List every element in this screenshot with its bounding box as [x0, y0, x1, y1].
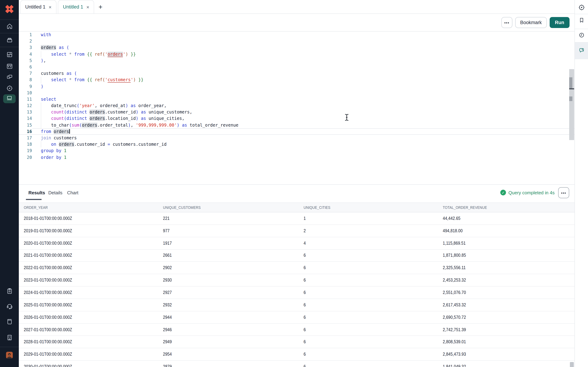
sidebar-divider: [575, 29, 588, 29]
table-cell: 2028-01-01T00:00:00.000Z: [19, 340, 158, 344]
sidebar-item-windows[interactable]: [0, 74, 19, 82]
close-icon[interactable]: ×: [49, 4, 52, 9]
sidebar-item-code-window[interactable]: [0, 63, 19, 71]
code-line-2[interactable]: 2: [19, 38, 574, 44]
code-line-19[interactable]: 19group by 1: [19, 148, 574, 154]
code-line-8[interactable]: 8 select * from {{ ref('customers') }}: [19, 77, 574, 83]
close-icon[interactable]: ×: [86, 4, 89, 9]
table-row[interactable]: 2030-01-01T00:00:00.000Z287961,841,049.3…: [19, 361, 574, 367]
results-tab-results[interactable]: Results: [28, 185, 45, 200]
code-token: [87, 116, 89, 121]
results-tab-details[interactable]: Details: [48, 185, 62, 200]
sidebar-item-building[interactable]: [0, 334, 19, 342]
code-token: .location_id: [105, 116, 136, 121]
code-line-12[interactable]: 12 date_trunc('year', ordered_at) as ord…: [19, 102, 574, 109]
code-token: ): [126, 103, 128, 108]
editor-scrollbar[interactable]: [569, 69, 574, 140]
sidebar-item-bookmark[interactable]: [575, 17, 588, 25]
table-cell: 2020-01-01T00:00:00.000Z: [19, 241, 158, 246]
table-cell: 2,808,539.01: [438, 340, 574, 344]
code-line-18[interactable]: 18 on orders.customer_id = customers.cus…: [19, 141, 574, 148]
new-tab-button[interactable]: +: [99, 3, 103, 10]
table-row[interactable]: 2028-01-01T00:00:00.000Z294962,808,539.0…: [19, 336, 574, 348]
sidebar-item-clipboard[interactable]: [0, 288, 19, 296]
table-cell: 6: [299, 340, 438, 344]
table-cell: 2019-01-01T00:00:00.000Z: [19, 228, 158, 233]
sidebar-item-user-avatar[interactable]: [0, 352, 19, 360]
table-row[interactable]: 2025-01-01T00:00:00.000Z293262,617,453.3…: [19, 299, 574, 311]
column-header-unique_customers[interactable]: UNIQUE_CUSTOMERS: [158, 205, 299, 209]
code-token: [138, 110, 141, 115]
results-more-button[interactable]: •••: [558, 187, 569, 198]
code-token: unique_customers,: [146, 110, 192, 115]
table-scrollbar-thumb[interactable]: [570, 362, 574, 367]
code-token: as: [141, 116, 146, 121]
more-options-button[interactable]: •••: [501, 17, 512, 28]
table-row[interactable]: 2026-01-01T00:00:00.000Z294462,690,570.7…: [19, 311, 574, 324]
code-line-11[interactable]: 11select: [19, 96, 574, 102]
table-row[interactable]: 2018-01-01T00:00:00.000Z221144,442.65: [19, 212, 574, 225]
code-line-9[interactable]: 9): [19, 83, 574, 90]
table-row[interactable]: 2027-01-01T00:00:00.000Z294662,742,751.3…: [19, 324, 574, 336]
table-cell: 6: [299, 327, 438, 332]
code-line-6[interactable]: 6: [19, 64, 574, 70]
success-check-icon: ✓: [500, 190, 506, 195]
code-token: orders: [41, 45, 56, 50]
code-token: {{: [87, 77, 92, 83]
code-line-1[interactable]: 1with: [19, 32, 574, 38]
sidebar-item-docs-book[interactable]: [0, 318, 19, 326]
table-row[interactable]: 2029-01-01T00:00:00.000Z295462,845,473.9…: [19, 348, 574, 361]
code-token: on: [51, 142, 56, 147]
tab-1[interactable]: Untitled 1×: [20, 0, 56, 14]
code-line-15[interactable]: 15 to_char(sum(orders.order_total), '999…: [19, 122, 574, 128]
results-tab-chart[interactable]: Chart: [67, 185, 78, 200]
bookmark-button[interactable]: Bookmark: [515, 17, 547, 28]
code-line-7[interactable]: 7customers as (: [19, 70, 574, 77]
column-header-unique_cities[interactable]: UNIQUE_CITIES: [299, 205, 438, 209]
code-line-16[interactable]: 16from orders: [19, 128, 574, 135]
code-token: sum: [71, 123, 79, 127]
table-row[interactable]: 2019-01-01T00:00:00.000Z9772494,818.00: [19, 225, 574, 237]
run-button[interactable]: Run: [550, 17, 570, 28]
column-header-order_year[interactable]: ORDER_YEAR: [19, 205, 158, 209]
code-token: join: [41, 135, 51, 141]
code-token: (: [69, 123, 71, 127]
scrollbar-thumb[interactable]: [569, 77, 572, 89]
code-token: [64, 45, 66, 50]
sidebar-item-home[interactable]: [0, 23, 19, 31]
table-row[interactable]: 2024-01-01T00:00:00.000Z292762,551,076.7…: [19, 286, 574, 299]
sidebar-item-dashboard-grid[interactable]: [0, 51, 19, 59]
code-token: from: [74, 52, 85, 57]
tab-2[interactable]: Untitled 1×: [58, 0, 94, 14]
code-token: [136, 77, 138, 83]
code-line-3[interactable]: 3orders as (: [19, 44, 574, 51]
table-row[interactable]: 2020-01-01T00:00:00.000Z191741,115,869.5…: [19, 237, 574, 250]
code-line-5[interactable]: 5),: [19, 58, 574, 64]
code-token: ref(: [95, 52, 105, 57]
sidebar-item-headset[interactable]: [0, 302, 19, 311]
code-line-17[interactable]: 17join customers: [19, 135, 574, 141]
code-token: ): [41, 84, 43, 89]
table-cell: 6: [299, 352, 438, 357]
hex-logo[interactable]: [0, 5, 19, 15]
sidebar-item-history-clock[interactable]: [575, 32, 588, 40]
sql-editor[interactable]: 1with23orders as (4 select * from {{ ref…: [19, 32, 574, 184]
sidebar-item-compass[interactable]: [575, 4, 588, 12]
column-header-total_order_revenue[interactable]: TOTAL_ORDER_REVENUE: [438, 205, 574, 209]
table-row[interactable]: 2023-01-01T00:00:00.000Z293062,453,253.3…: [19, 274, 574, 286]
code-line-14[interactable]: 14 count(distinct orders.location_id) as…: [19, 116, 574, 122]
table-cell: 44,442.65: [438, 216, 574, 221]
code-line-20[interactable]: 20order by 1: [19, 154, 574, 160]
sidebar-item-notebook-terminal[interactable]: [3, 94, 16, 103]
table-row[interactable]: 2022-01-01T00:00:00.000Z290262,325,556.1…: [19, 262, 574, 274]
code-line-10[interactable]: 10: [19, 90, 574, 96]
sidebar-item-ai-chat[interactable]: [575, 47, 588, 55]
code-line-13[interactable]: 13 count(distinct orders.customer_id) as…: [19, 109, 574, 116]
table-row[interactable]: 2021-01-01T00:00:00.000Z266161,871,800.8…: [19, 250, 574, 262]
sidebar-item-inbox-tray[interactable]: [0, 36, 19, 45]
table-cell: 2661: [158, 253, 299, 258]
code-line-4[interactable]: 4 select * from {{ ref('orders') }}: [19, 51, 574, 57]
sidebar-item-compass[interactable]: [0, 85, 19, 93]
text-caret: [69, 129, 70, 134]
results-tab-row: ✓ Query completed in 4s ••• ResultsDetai…: [19, 185, 574, 202]
